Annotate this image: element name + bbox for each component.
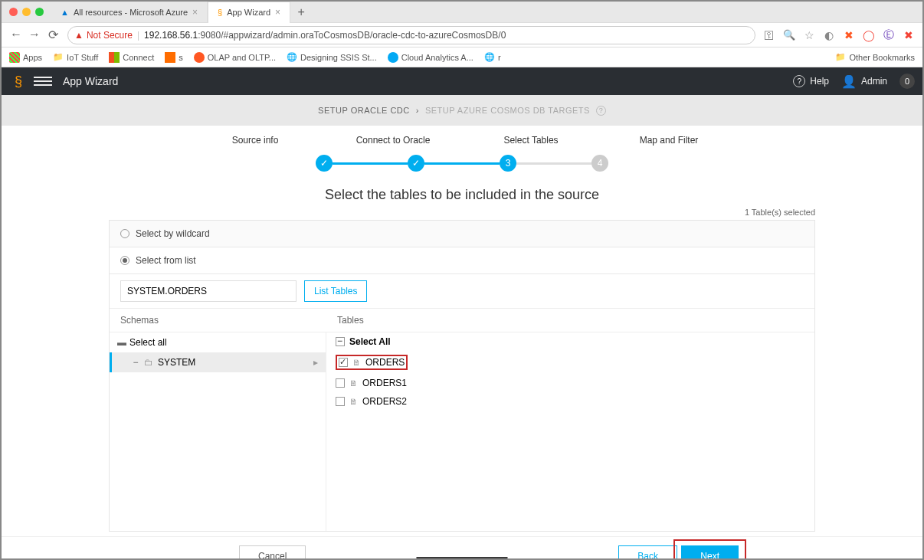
- tab-close-icon[interactable]: ×: [192, 7, 198, 18]
- help-icon[interactable]: ?: [596, 106, 606, 116]
- admin-menu[interactable]: 👤 Admin: [841, 74, 887, 89]
- checkbox-select-all[interactable]: [336, 337, 345, 346]
- select-all-tables-label: Select All: [349, 336, 391, 347]
- radio-from-list[interactable]: [120, 256, 129, 265]
- list-option-row[interactable]: Select from list: [110, 247, 814, 274]
- browser-toolbar: ← → ⟳ ▲ Not Secure | 192.168.56.1:9080/#…: [2, 23, 922, 47]
- table-name-label: ORDERS1: [362, 378, 407, 388]
- bookmark-item[interactable]: Connect: [109, 52, 154, 63]
- breadcrumb: SETUP ORACLE CDC › SETUP AZURE COSMOS DB…: [2, 95, 922, 126]
- bookmark-item[interactable]: 🌐Designing SSIS St...: [287, 52, 377, 62]
- help-button[interactable]: ? Help: [793, 75, 829, 87]
- url-text: 192.168.56.1:9080/#appwizard/admin.oraTo…: [144, 30, 506, 41]
- bookmark-item[interactable]: OLAP and OLTP...: [194, 52, 276, 63]
- stepper-track: ✓ ✓ 3 4: [2, 155, 922, 172]
- globe-icon: 🌐: [484, 52, 495, 62]
- zoom-icon[interactable]: 🔍: [783, 29, 795, 41]
- message-log-toggle[interactable]: Message Log ⌄: [416, 557, 507, 560]
- table-item[interactable]: 🗎 ORDERS1: [326, 374, 814, 392]
- step-label: Map and Filter: [623, 135, 715, 146]
- step-label: Source info: [209, 135, 301, 146]
- bookmark-item[interactable]: Cloud Analytics A...: [388, 52, 473, 63]
- collapse-icon[interactable]: −: [132, 357, 139, 368]
- chevron-right-icon: ›: [416, 106, 419, 115]
- schema-name-label: SYSTEM: [158, 357, 195, 368]
- reload-button[interactable]: ⟳: [46, 28, 60, 42]
- tab-title: App Wizard: [227, 8, 270, 17]
- table-item[interactable]: 🗎 ORDERS: [326, 351, 814, 374]
- browser-tab-azure[interactable]: ▲ All resources - Microsoft Azure ×: [51, 2, 208, 23]
- breadcrumb-step[interactable]: SETUP ORACLE CDC: [318, 106, 410, 115]
- schema-table-input[interactable]: [120, 280, 297, 302]
- window-minimize-button[interactable]: [22, 8, 31, 16]
- tab-favicon-icon: §: [218, 8, 222, 17]
- wildcard-option-row[interactable]: Select by wildcard: [110, 221, 814, 247]
- back-button[interactable]: Back: [618, 545, 677, 561]
- warning-icon: ▲: [74, 30, 84, 41]
- cancel-button[interactable]: Cancel: [239, 545, 306, 561]
- window-close-button[interactable]: [9, 8, 18, 16]
- chevron-right-icon: ▸: [313, 357, 318, 368]
- extension-icon[interactable]: ◯: [863, 29, 875, 41]
- tables-column: Select All 🗎 ORDERS 🗎 ORDERS1 🗎 ORDERS2: [326, 332, 814, 531]
- new-tab-button[interactable]: +: [290, 5, 312, 19]
- extension-icon[interactable]: ✖: [903, 29, 915, 41]
- schema-select-all[interactable]: ▬ Select all: [110, 332, 326, 352]
- table-icon: 🗎: [349, 397, 358, 406]
- list-tables-button[interactable]: List Tables: [304, 280, 367, 302]
- app-title: App Wizard: [63, 75, 118, 87]
- window-maximize-button[interactable]: [35, 8, 44, 16]
- address-bar[interactable]: ▲ Not Secure | 192.168.56.1:9080/#appwiz…: [67, 26, 755, 44]
- table-icon: 🗎: [349, 378, 358, 388]
- schema-item-system[interactable]: − 🗀 SYSTEM ▸: [110, 352, 326, 372]
- forward-button[interactable]: →: [28, 28, 41, 42]
- step-complete-icon[interactable]: ✓: [316, 155, 333, 172]
- table-checkbox[interactable]: [336, 397, 345, 406]
- user-icon: 👤: [841, 74, 857, 89]
- collapse-icon[interactable]: ▬: [117, 337, 125, 348]
- next-button[interactable]: Next: [681, 545, 739, 561]
- bookmark-item[interactable]: s: [165, 52, 183, 63]
- step-label: Select Tables: [485, 135, 577, 146]
- favicon-icon: [388, 52, 398, 63]
- selection-panel: Select by wildcard Select from list List…: [109, 220, 815, 532]
- wildcard-label: Select by wildcard: [136, 228, 210, 239]
- radio-wildcard[interactable]: [120, 229, 129, 238]
- schemas-header: Schemas: [120, 315, 337, 326]
- help-label: Help: [810, 76, 829, 87]
- admin-label: Admin: [861, 76, 887, 87]
- step-complete-icon[interactable]: ✓: [408, 155, 424, 172]
- toolbar-icons: ⚿ 🔍 ☆ ◐ ✖ ◯ Ⓔ ✖: [763, 29, 915, 41]
- table-checkbox[interactable]: [339, 358, 348, 367]
- browser-titlebar: ▲ All resources - Microsoft Azure × § Ap…: [2, 2, 922, 23]
- schemas-column: ▬ Select all − 🗀 SYSTEM ▸: [110, 332, 326, 531]
- step-label: Connect to Oracle: [347, 135, 439, 146]
- star-icon[interactable]: ☆: [803, 29, 815, 41]
- favicon-icon: [194, 52, 205, 63]
- table-checkbox[interactable]: [336, 378, 345, 388]
- step-future: 4: [591, 155, 608, 172]
- not-secure-badge: ▲ Not Secure: [74, 30, 133, 41]
- table-item[interactable]: 🗎 ORDERS2: [326, 392, 814, 411]
- apps-icon: [9, 52, 20, 63]
- select-all-tables[interactable]: Select All: [326, 332, 814, 351]
- other-bookmarks[interactable]: 📁Other Bookmarks: [835, 52, 915, 62]
- browser-tab-appwizard[interactable]: § App Wizard ×: [208, 2, 290, 23]
- bookmark-item[interactable]: 📁IoT Stuff: [53, 52, 98, 62]
- extension-icon[interactable]: ◐: [823, 29, 835, 41]
- back-button[interactable]: ←: [9, 28, 23, 42]
- table-name-label: ORDERS2: [362, 396, 407, 407]
- striim-logo-icon[interactable]: §: [9, 72, 28, 90]
- notification-badge[interactable]: 0: [899, 74, 915, 89]
- tab-close-icon[interactable]: ×: [275, 7, 280, 18]
- menu-button[interactable]: [34, 72, 52, 90]
- bookmark-apps[interactable]: Apps: [9, 52, 42, 63]
- table-icon: 🗎: [352, 358, 361, 367]
- stepper-labels: Source info Connect to Oracle Select Tab…: [2, 135, 922, 146]
- step-current[interactable]: 3: [500, 155, 516, 172]
- key-icon[interactable]: ⚿: [763, 29, 775, 41]
- profile-icon[interactable]: Ⓔ: [883, 29, 895, 41]
- favicon-icon: [109, 52, 120, 63]
- bookmark-item[interactable]: 🌐r: [484, 52, 501, 62]
- extension-icon[interactable]: ✖: [843, 29, 855, 41]
